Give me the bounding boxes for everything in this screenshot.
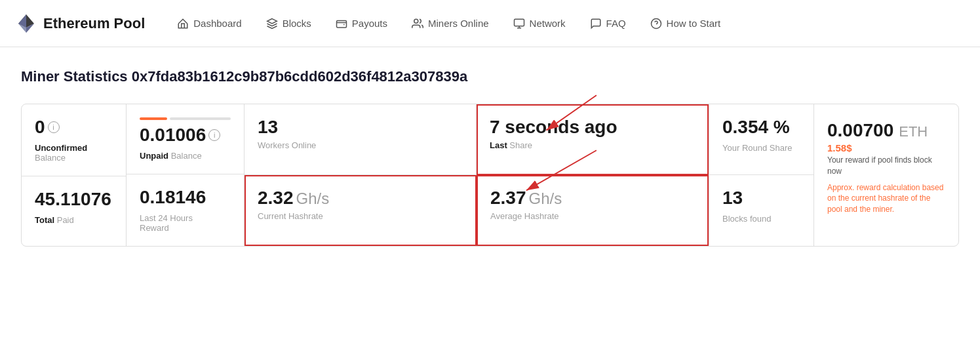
header: Ethereum Pool Dashboard Blocks xyxy=(0,0,980,47)
logo-title: Ethereum Pool xyxy=(43,15,145,32)
unpaid-label: Unpaid Balance xyxy=(140,151,231,161)
cube-icon xyxy=(265,17,279,30)
main-content: Miner Statistics 0x7fda83b1612c9b87b6cdd… xyxy=(0,47,980,262)
col-1: 0 i Unconfirmed Balance 45.11076 Total P… xyxy=(22,104,127,246)
avg-hr-value: 2.37 xyxy=(490,188,526,209)
wallet-icon xyxy=(335,17,348,30)
average-hashrate-card: 2.37 Gh/s Average Hashrate xyxy=(477,175,709,246)
total-paid-label: Total Paid xyxy=(35,215,113,225)
round-share-value: 0.354 % xyxy=(722,117,800,138)
users-icon xyxy=(411,17,424,30)
col-2: 0.01006 i Unpaid Balance 0.18146 Last 24… xyxy=(127,104,245,246)
progress-filled xyxy=(140,117,167,120)
progress-bar-area xyxy=(140,117,231,120)
col-3-grid: 13 Workers Online 7 seconds ago Last Sha… xyxy=(245,104,709,246)
workers-label: Workers Online xyxy=(258,140,463,150)
eth-desc: Your reward if pool finds block now xyxy=(827,155,945,177)
nav-how-to-start[interactable]: How to Start xyxy=(639,12,732,35)
stats-grid: 0 i Unconfirmed Balance 45.11076 Total P… xyxy=(21,104,959,247)
current-hr-unit: Gh/s xyxy=(296,190,330,208)
unpaid-info-icon[interactable]: i xyxy=(208,129,220,141)
blocks-found-label: Blocks found xyxy=(722,214,800,224)
blocks-found-card: 13 Blocks found xyxy=(709,175,813,245)
eth-value: 0.00700 xyxy=(827,120,893,141)
eth-note: Approx. reward calculation based on the … xyxy=(827,182,945,215)
current-hr-value: 2.32 xyxy=(258,188,294,209)
current-hr-label: Current Hashrate xyxy=(258,211,463,221)
home-icon xyxy=(176,17,189,30)
svg-rect-4 xyxy=(336,20,346,28)
question-icon xyxy=(650,17,663,30)
last-share-card: 7 seconds ago Last Share xyxy=(477,104,709,175)
logo-area: Ethereum Pool xyxy=(16,13,145,34)
last24-card: 0.18146 Last 24 Hours Reward xyxy=(127,174,244,246)
unconfirmed-balance-card: 0 i Unconfirmed Balance xyxy=(22,104,126,176)
chat-icon xyxy=(589,17,602,30)
total-paid-value: 45.11076 xyxy=(35,190,113,210)
round-share-label: Your Round Share xyxy=(722,143,800,153)
unconfirmed-label: Unconfirmed Balance xyxy=(35,143,113,163)
svg-rect-6 xyxy=(514,19,524,26)
last24-value: 0.18146 xyxy=(140,188,231,208)
nav-dashboard[interactable]: Dashboard xyxy=(166,12,252,35)
unpaid-value: 0.01006 xyxy=(140,125,206,146)
workers-online-card: 13 Workers Online xyxy=(245,104,477,175)
avg-hr-unit: Gh/s xyxy=(529,190,562,208)
col-4: 0.354 % Your Round Share 13 Blocks found xyxy=(709,104,814,246)
avg-hr-label: Average Hashrate xyxy=(490,211,696,221)
total-paid-card: 45.11076 Total Paid xyxy=(22,176,126,246)
monitor-icon xyxy=(513,17,526,30)
progress-empty xyxy=(170,117,231,120)
blocks-found-value: 13 xyxy=(722,188,800,209)
unconfirmed-info-icon[interactable]: i xyxy=(48,121,60,133)
nav-network[interactable]: Network xyxy=(502,12,576,35)
unconfirmed-value: 0 xyxy=(35,117,45,138)
ethereum-logo-icon xyxy=(16,13,37,34)
page-title: Miner Statistics 0x7fda83b1612c9b87b6cdd… xyxy=(21,68,959,85)
svg-marker-3 xyxy=(18,14,26,28)
round-share-card: 0.354 % Your Round Share xyxy=(709,104,813,175)
eth-usd: 1.58$ xyxy=(827,142,945,153)
nav-faq[interactable]: FAQ xyxy=(579,12,637,35)
unpaid-balance-card: 0.01006 i Unpaid Balance xyxy=(127,104,244,174)
workers-value: 13 xyxy=(258,117,278,137)
nav-payouts[interactable]: Payouts xyxy=(324,12,398,35)
nav-blocks[interactable]: Blocks xyxy=(255,12,322,35)
eth-reward-card: 0.00700 ETH 1.58$ Your reward if pool fi… xyxy=(814,104,958,246)
current-hashrate-card: 2.32 Gh/s Current Hashrate xyxy=(245,175,477,246)
last-share-value: 7 seconds ago xyxy=(490,117,617,137)
eth-unit: ETH xyxy=(899,123,928,140)
nav: Dashboard Blocks Payouts M xyxy=(166,12,964,35)
svg-point-5 xyxy=(414,19,418,23)
nav-miners-online[interactable]: Miners Online xyxy=(401,12,500,35)
last24-label: Last 24 Hours Reward xyxy=(140,213,231,233)
last-share-label: Last Share xyxy=(490,140,696,150)
